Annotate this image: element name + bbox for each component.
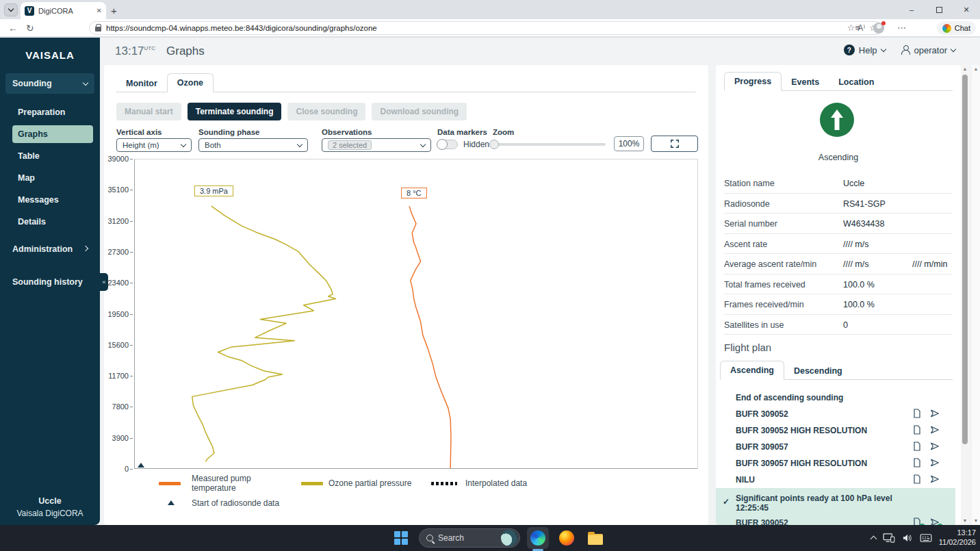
taskbar-clock[interactable]: 13:17 11/02/2026 [939,528,976,548]
tab-progress[interactable]: Progress [724,72,782,91]
tab-ascending[interactable]: Ascending [720,361,784,380]
message-document-icon[interactable] [912,424,923,435]
tab-monitor[interactable]: Monitor [116,75,167,92]
y-axis-tick-mark [130,314,133,315]
user-menu[interactable]: operator [901,45,955,55]
url-field[interactable]: https://soundcmp-04.winapps.meteo.be:844… [89,21,883,35]
message-document-icon[interactable] [912,457,923,468]
data-markers-toggle[interactable] [437,140,458,149]
send-message-icon[interactable] [929,424,940,435]
restore-button[interactable] [925,0,953,19]
profile-avatar[interactable] [873,23,884,34]
page-scrollbar[interactable]: ▲ ▼ [972,65,980,525]
chevron-down-icon [83,79,88,85]
list-item[interactable]: ✓ Significant points ready at 100 hPa le… [716,490,955,515]
list-item[interactable]: BUFR 309052 HIGH RESOLUTION [716,422,955,439]
terminate-sounding-button[interactable]: Terminate sounding [188,103,282,120]
tab-close-icon[interactable]: ✕ [96,7,102,14]
display-devices-icon[interactable] [883,533,895,543]
sounding-phase-select[interactable]: Both [198,138,308,152]
download-sounding-button[interactable]: Download sounding [372,103,467,120]
close-button[interactable]: ✕ [953,0,980,19]
tab-events[interactable]: Events [782,73,829,91]
scroll-up-arrow[interactable]: ▲ [972,65,980,73]
tab-descending[interactable]: Descending [784,362,852,380]
y-axis-tick-mark [130,407,133,407]
interpolated-legend-swatch [431,482,457,485]
zoom-slider[interactable] [491,143,606,146]
sidebar-item-table[interactable]: Table [12,147,93,165]
input-language-icon[interactable] [920,533,932,543]
tab-location[interactable]: Location [829,73,884,91]
legend-ozone: Ozone partial pressure [328,478,411,488]
new-tab-button[interactable]: + [111,5,117,16]
more-menu-icon[interactable]: ⋯ [897,23,906,33]
y-axis-tick-mark [130,221,133,222]
list-item[interactable]: End of ascending sounding [716,389,955,406]
taskbar-search[interactable]: Search [419,528,520,548]
stat-value: //// m/s [843,259,869,269]
sidebar-item-administration[interactable]: Administration [5,240,94,258]
list-item[interactable]: BUFR 309052 [716,406,955,422]
windows-logo-icon [394,531,408,545]
hidden-icons-chevron[interactable] [870,536,877,543]
vertical-axis-select[interactable]: Height (m) [116,138,192,152]
data-markers-label: Data markers [437,128,487,136]
vaisala-logo: VAISALA [0,38,100,73]
volume-icon[interactable] [902,533,913,543]
browser-tab[interactable]: V DigiCORA ✕ [21,2,106,19]
send-message-icon[interactable]: ✓ [929,517,940,525]
zoom-value-input[interactable]: 100% [614,136,644,151]
scroll-up-arrow[interactable]: ▲ [961,65,969,73]
list-item[interactable]: BUFR 309057 [716,439,955,455]
flight-plan-item-time: 12:25:45 [736,503,769,513]
sidebar-item-preparation[interactable]: Preparation [12,103,93,121]
message-document-icon[interactable]: ✓ [912,517,923,525]
manual-start-button[interactable]: Manual start [116,103,181,120]
back-icon[interactable]: ← [8,23,18,34]
taskbar-explorer-button[interactable] [584,527,606,549]
send-message-icon[interactable] [929,474,940,485]
tab-ozone[interactable]: Ozone [167,73,214,92]
favorites-bar-icon[interactable]: ☆≡ [847,23,860,33]
help-menu[interactable]: ? Help [844,44,886,55]
tab-actions-menu-button[interactable] [4,3,18,16]
fullscreen-button[interactable] [651,136,698,152]
sidebar-item-messages[interactable]: Messages [12,191,93,209]
refresh-icon[interactable]: ↻ [26,23,34,34]
taskbar-firefox-button[interactable] [556,527,578,549]
y-axis-tick-label: 39000 [107,155,129,163]
observations-select[interactable]: 2 selected [322,138,431,152]
list-item[interactable]: BUFR 309052 ✓ ✓ [716,515,955,525]
sidebar-item-map[interactable]: Map [12,169,93,187]
zoom-slider-knob[interactable] [489,140,499,149]
scroll-down-arrow[interactable]: ▼ [961,517,969,525]
send-message-icon[interactable] [929,408,940,419]
minimize-button[interactable]: – [898,0,925,19]
send-message-icon[interactable] [929,441,940,452]
sidebar-item-graphs[interactable]: Graphs [12,125,93,143]
sidebar-item-details[interactable]: Details [12,213,93,231]
ascending-status-icon [820,103,854,137]
start-of-data-marker [138,463,144,467]
pump-temp-legend-swatch [159,482,181,485]
sidebar-item-sounding[interactable]: Sounding [5,73,94,94]
list-item[interactable]: NILU [716,472,955,488]
scroll-down-arrow[interactable]: ▼ [972,517,980,525]
sidebar-collapse-button[interactable]: « [100,273,108,291]
send-message-icon[interactable] [929,457,940,468]
close-sounding-button[interactable]: Close sounding [287,103,365,120]
copilot-chat-button[interactable]: Chat [937,21,976,35]
stat-label: Radiosonde [724,199,770,209]
start-button[interactable] [390,527,412,549]
panel-scrollbar[interactable]: ▲ ▼ [961,65,969,525]
scrollbar-thumb[interactable] [962,75,968,444]
message-document-icon[interactable] [912,408,923,419]
flight-plan-item-label: BUFR 309057 [736,442,788,452]
message-document-icon[interactable] [912,441,923,452]
message-document-icon[interactable] [912,474,923,485]
sidebar-item-sounding-history[interactable]: Sounding history [5,273,94,291]
stat-value-2: //// m/min [912,259,947,269]
taskbar-edge-button[interactable] [527,527,549,549]
list-item[interactable]: BUFR 309057 HIGH RESOLUTION [716,455,955,472]
